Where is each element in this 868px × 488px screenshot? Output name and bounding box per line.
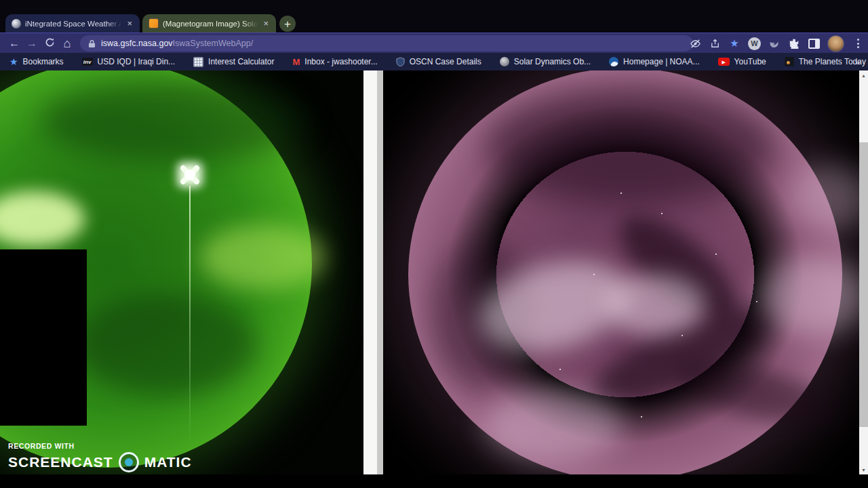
planets-icon bbox=[785, 57, 794, 66]
screencast-o-matic-logo-icon bbox=[119, 452, 139, 472]
bookmarks-bar: ★ Bookmarks inv USD IQD | Iraqi Din... I… bbox=[0, 53, 868, 70]
reload-icon bbox=[45, 37, 55, 47]
scrollbar-up-arrow[interactable]: ▲ bbox=[859, 70, 868, 80]
url-path: IswaSystemWebApp/ bbox=[173, 39, 254, 48]
dove-icon bbox=[769, 39, 781, 49]
puzzle-icon bbox=[789, 38, 800, 49]
sun-globe-icon bbox=[500, 57, 509, 66]
extension-w-button[interactable]: W bbox=[748, 37, 761, 50]
screencast-watermark: RECORDED WITH SCREENCAST MATIC bbox=[8, 442, 192, 472]
calculator-icon bbox=[193, 57, 203, 67]
iswa-swirl-icon bbox=[12, 19, 21, 28]
side-panel-button[interactable] bbox=[808, 37, 820, 49]
back-button[interactable]: ← bbox=[5, 38, 23, 49]
bookmark-inbox[interactable]: M Inbox - jwashooter... bbox=[292, 57, 377, 66]
gmail-icon: M bbox=[292, 58, 300, 66]
youtube-icon: ▶ bbox=[718, 58, 730, 66]
watermark-matic: MATIC bbox=[144, 454, 192, 470]
panel-divider-shadow bbox=[377, 70, 383, 474]
missing-data-black-rectangle bbox=[0, 249, 87, 426]
address-bar[interactable]: iswa.gsfc.nasa.govIswaSystemWebApp/ bbox=[80, 35, 693, 52]
watermark-screencast: SCREENCAST bbox=[8, 454, 113, 470]
tab-title: (Magnetogram Image) SolarHam bbox=[163, 20, 258, 28]
extensions-button[interactable] bbox=[788, 37, 800, 49]
toolbar: ← → ⌂ iswa.gsfc.nasa.govIswaSystemWebApp… bbox=[0, 33, 868, 54]
profile-avatar[interactable] bbox=[827, 35, 844, 52]
forward-button[interactable]: → bbox=[23, 38, 41, 49]
bookmark-oscn[interactable]: OSCN Case Details bbox=[396, 57, 481, 66]
purple-sun-active-region bbox=[607, 274, 705, 336]
purple-sun-bright-specks bbox=[620, 192, 622, 194]
bottom-letterbox bbox=[0, 474, 868, 488]
flare-bleed-streak bbox=[189, 186, 191, 447]
reload-button[interactable] bbox=[41, 37, 58, 49]
watermark-recorded-with: RECORDED WITH bbox=[8, 442, 192, 450]
green-sun-dark-region bbox=[41, 80, 305, 161]
shield-icon bbox=[396, 57, 405, 66]
scrollbar-thumb[interactable] bbox=[859, 142, 868, 427]
share-button[interactable] bbox=[709, 37, 721, 49]
url-host: iswa.gsfc.nasa.gov bbox=[101, 39, 173, 48]
purple-sun-active-region bbox=[485, 389, 624, 460]
close-icon[interactable]: × bbox=[262, 19, 270, 28]
bookmark-sdo[interactable]: Solar Dynamics Ob... bbox=[500, 57, 591, 66]
bookmark-noaa[interactable]: Homepage | NOAA... bbox=[609, 57, 700, 66]
tab-strip: iNtegrated Space Weather Analy × (Magnet… bbox=[0, 0, 868, 33]
purple-solar-image-panel bbox=[383, 70, 859, 474]
tab-iswa[interactable]: iNtegrated Space Weather Analy × bbox=[5, 14, 140, 33]
green-sun-dark-region bbox=[75, 294, 258, 396]
investing-icon: inv bbox=[82, 58, 93, 66]
toolbar-right-icons: ★ W bbox=[689, 33, 864, 54]
panel-divider bbox=[363, 70, 377, 474]
side-panel-icon bbox=[808, 39, 820, 49]
solar-flare bbox=[175, 160, 205, 190]
scrollbar-down-arrow[interactable]: ▼ bbox=[859, 465, 868, 474]
solarham-orange-icon bbox=[149, 18, 159, 28]
star-icon: ★ bbox=[9, 57, 18, 66]
lock-icon bbox=[88, 39, 96, 48]
eye-slash-icon bbox=[690, 38, 701, 49]
bookmark-youtube[interactable]: ▶ YouTube bbox=[718, 57, 766, 66]
bookmark-star-button[interactable]: ★ bbox=[728, 37, 741, 49]
bookmark-usd-iqd[interactable]: inv USD IQD | Iraqi Din... bbox=[82, 57, 175, 66]
chrome-menu-button[interactable] bbox=[852, 37, 864, 49]
browser-window: iNtegrated Space Weather Analy × (Magnet… bbox=[0, 0, 868, 488]
bookmark-interest-calculator[interactable]: Interest Calculator bbox=[193, 57, 274, 67]
extension-dove-button[interactable] bbox=[768, 37, 781, 49]
new-tab-button[interactable]: + bbox=[279, 16, 296, 32]
tab-title: iNtegrated Space Weather Analy bbox=[25, 20, 121, 28]
three-dot-menu-icon bbox=[853, 39, 863, 48]
bookmark-bookmarks-folder[interactable]: ★ Bookmarks bbox=[9, 57, 64, 66]
hide-eye-button[interactable] bbox=[689, 37, 701, 49]
purple-sun-active-region bbox=[760, 257, 859, 335]
home-button[interactable]: ⌂ bbox=[58, 38, 76, 49]
close-icon[interactable]: × bbox=[125, 19, 134, 28]
green-solar-image-panel: RECORDED WITH SCREENCAST MATIC bbox=[0, 70, 363, 474]
tab-solarham[interactable]: (Magnetogram Image) SolarHam × bbox=[142, 14, 276, 33]
bookmarks-overflow-chevron[interactable]: » bbox=[855, 57, 860, 67]
purple-sun-dark-region bbox=[485, 89, 776, 205]
green-sun-active-region bbox=[200, 225, 326, 289]
noaa-icon bbox=[609, 57, 618, 66]
page-scrollbar[interactable]: ▲ ▼ bbox=[859, 70, 868, 474]
share-icon bbox=[709, 38, 721, 49]
